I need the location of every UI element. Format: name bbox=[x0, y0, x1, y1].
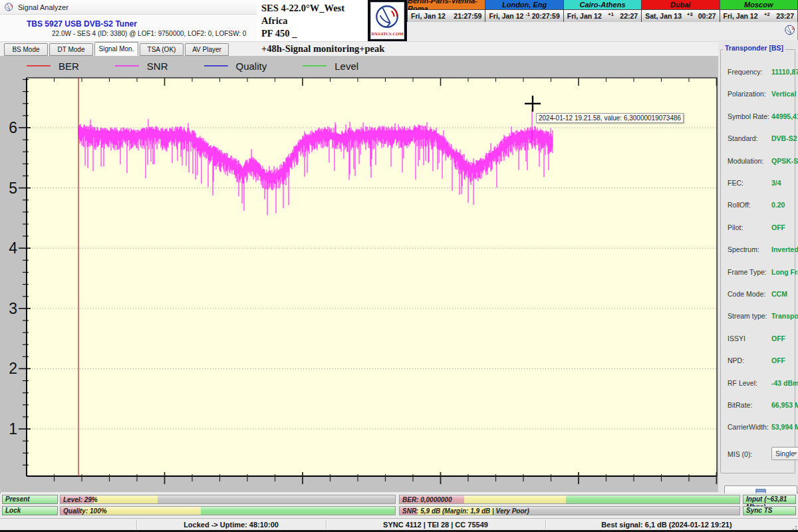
transponder-field-codemode: Code Mode:CCM bbox=[728, 290, 797, 299]
field-value: 0.20 bbox=[771, 201, 785, 209]
legend-swatch-snr bbox=[115, 65, 139, 66]
transponder-field-issyi: ISSYIOFF bbox=[728, 334, 797, 344]
tray-dish-icon bbox=[784, 24, 796, 36]
tab-dt-mode[interactable]: DT Mode bbox=[49, 43, 93, 56]
field-value: OFF bbox=[771, 334, 785, 342]
transponder-field-fec: FEC:3/4 bbox=[728, 179, 797, 188]
clock-time: 20:27:59 bbox=[532, 12, 560, 20]
transponder-field-pilot: Pilot:OFF bbox=[728, 223, 797, 233]
transponder-title: Transponder [BS] bbox=[723, 44, 785, 52]
clock-datetime: Sat, Jan 13+300:27 bbox=[642, 10, 719, 22]
tab-bs-mode[interactable]: BS Mode bbox=[4, 43, 48, 56]
snr-bar-label: SNR: 5,9 dB (Margin: 1,9 dB | Very Poor) bbox=[402, 507, 529, 515]
legend-swatch-quality bbox=[204, 65, 228, 66]
transponder-field-streamtype: Stream type:Transport bbox=[728, 312, 797, 321]
ytick-label-1: 1 bbox=[9, 420, 17, 438]
field-value: 66,953 Mbit/s bbox=[771, 401, 798, 409]
mis-select[interactable]: Single bbox=[771, 447, 798, 460]
field-label: ISSYI bbox=[728, 334, 745, 342]
legend-swatch-ber bbox=[27, 65, 51, 66]
chart-panel: BERSNRQualityLevel 123456 2024-01-12 19.… bbox=[0, 56, 718, 492]
field-label: RF Level: bbox=[728, 379, 757, 387]
tab-signal-mon-[interactable]: Signal Mon. bbox=[94, 42, 138, 56]
resize-grip[interactable] bbox=[791, 524, 797, 530]
clock-datetime: Fri, Jan 12-120:27:59 bbox=[485, 10, 563, 22]
level-bar-label: Level: 29% bbox=[63, 495, 98, 504]
field-label: Symbol Rate: bbox=[728, 112, 769, 120]
clock-utc-offset: +3 bbox=[682, 11, 698, 17]
clock-datetime: Fri, Jan 12+122:27 bbox=[564, 10, 641, 22]
transponder-field-symbolrate: Symbol Rate:44995,416 KS/s bbox=[728, 112, 797, 122]
transponder-field-frequency: Frequency:11110,870 MHz bbox=[728, 68, 797, 77]
level-bar: Level: 29% bbox=[60, 495, 396, 504]
bar-gloss bbox=[61, 507, 395, 515]
transponder-field-bitrate: BitRate:66,953 Mbit/s bbox=[728, 401, 797, 410]
snr-bar: SNR: 5,9 dB (Margin: 1,9 dB | Very Poor) bbox=[399, 506, 740, 515]
legend-label: Quality bbox=[236, 61, 267, 72]
field-label: Frame Type: bbox=[728, 268, 767, 276]
statusbar-uptime: Locked -> Uptime: 48:10:00 bbox=[136, 519, 326, 531]
transponder-panel: Transponder [BS] MIS (0): Single Frequen… bbox=[718, 40, 798, 492]
clock-utc-offset: +1 bbox=[602, 11, 620, 17]
clock-dubai: DubaiSat, Jan 13+300:27 bbox=[642, 0, 720, 22]
ber-bar-label: BER: 0,0000000 bbox=[402, 495, 452, 504]
clock-utc-offset: -1 bbox=[523, 11, 531, 17]
quality-bar-label: Quality: 100% bbox=[63, 507, 107, 515]
clock-moscow: MoscowFri, Jan 12+223:27 bbox=[720, 0, 798, 22]
ber-bar: BER: 0,0000000 bbox=[399, 495, 740, 504]
chevron-down-icon bbox=[793, 452, 797, 455]
field-label: Standard: bbox=[728, 134, 758, 142]
clock-cairo-athens: Cairo-AthensFri, Jan 12+122:27 bbox=[564, 0, 642, 22]
field-label: Modulation: bbox=[728, 157, 763, 165]
tuner-info-block: TBS 5927 USB DVB-S2 Tuner 22.0W - SES 4 … bbox=[0, 15, 257, 41]
clock-time: 00:27 bbox=[698, 12, 716, 20]
statusbar-sync: SYNC 4112 | TEI 28 | CC 75549 bbox=[326, 519, 545, 531]
legend-label: SNR bbox=[147, 61, 168, 72]
clock-datetime: Fri, Jan 12+223:27 bbox=[720, 10, 797, 22]
field-label: Pilot: bbox=[728, 223, 743, 231]
header-line4: +48h-Signal monitoring+peak bbox=[261, 43, 384, 55]
ytick-label-2: 2 bbox=[9, 360, 17, 377]
clock-date: Fri, Jan 12 bbox=[724, 12, 758, 20]
clock-date: Sat, Jan 13 bbox=[645, 12, 682, 20]
transponder-field-standard: Standard:DVB-S2 bbox=[728, 134, 797, 144]
ytick-label-4: 4 bbox=[9, 239, 17, 257]
transponder-field-rolloff: RollOff:0.20 bbox=[728, 201, 797, 210]
field-label: NPD: bbox=[728, 356, 744, 364]
transponder-field-modulation: Modulation:QPSK-S2 bbox=[728, 157, 797, 166]
field-value: 53,994 MHz bbox=[771, 423, 798, 431]
transponder-field-polarization: Polarization:Vertical bbox=[728, 90, 797, 99]
tab-av-player[interactable]: AV Player bbox=[185, 43, 229, 56]
legend-item-quality: Quality bbox=[204, 61, 267, 72]
indicator-present: Present bbox=[2, 495, 58, 504]
field-label: CarrierWidth: bbox=[728, 423, 769, 431]
transponder-field-carrierwidth: CarrierWidth:53,994 MHz bbox=[728, 423, 797, 432]
app-dish-icon bbox=[4, 2, 14, 12]
field-value: CCM bbox=[771, 290, 787, 298]
header-line1: SES 4-22.0°W_West Africa bbox=[261, 2, 368, 27]
field-value: OFF bbox=[771, 356, 785, 364]
clock-city-label: Moscow bbox=[720, 0, 797, 10]
transponder-field-spectrum: Spectrum:Inverted bbox=[728, 245, 797, 255]
field-value: Long Frame bbox=[771, 268, 798, 276]
signal-status-bars: PresentLockInput (~63,81 Mbps)Sync TSLev… bbox=[0, 493, 798, 518]
field-value: 3/4 bbox=[771, 179, 781, 187]
mis-label: MIS (0): bbox=[728, 450, 752, 458]
chart-legend: BERSNRQualityLevel bbox=[27, 58, 385, 74]
tuner-detail: 22.0W - SES 4 (ID: 3380) @ LOF1: 9750000… bbox=[52, 30, 246, 37]
field-value: -43 dBm bbox=[771, 379, 798, 387]
dxsatcs-logo-block: DXSATCS.COM bbox=[368, 0, 407, 41]
signal-analyzer-window: Signal Analyzer TBS 5927 USB DVB-S2 Tune… bbox=[0, 0, 798, 532]
tab-tsa-ok-[interactable]: TSA (OK) bbox=[140, 43, 184, 56]
transponder-field-rflevel: RF Level:-43 dBm bbox=[728, 379, 797, 388]
field-value: DVB-S2 bbox=[771, 134, 797, 142]
field-value: Vertical bbox=[771, 90, 796, 98]
legend-item-snr: SNR bbox=[115, 61, 168, 72]
field-value: OFF bbox=[771, 223, 785, 231]
field-label: BitRate: bbox=[728, 401, 752, 409]
ytick-label-3: 3 bbox=[9, 300, 17, 317]
statusbar-blank bbox=[0, 519, 136, 531]
legend-item-level: Level bbox=[303, 61, 358, 72]
clock-date: Fri, Jan 12 bbox=[567, 12, 602, 20]
legend-label: Level bbox=[334, 61, 358, 72]
